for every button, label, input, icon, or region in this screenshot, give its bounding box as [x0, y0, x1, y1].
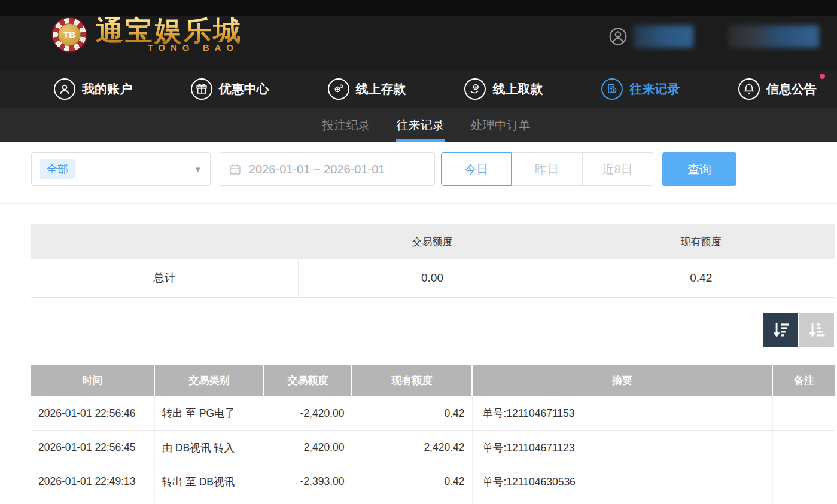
logo[interactable]: TB 通宝娱乐城 TONG BAO	[51, 16, 242, 53]
category-selected-tag: 全部	[40, 159, 75, 179]
nav-item-notices[interactable]: 信息公告	[738, 78, 817, 100]
nav-item-label: 优惠中心	[219, 81, 269, 97]
col-header-time: 时间	[31, 365, 154, 396]
gift-icon	[191, 78, 212, 100]
page: TB 通宝娱乐城 TONG BAO 我的账户优惠中心线上存款线上取款往来记录信息…	[0, 0, 837, 504]
nav-item-records[interactable]: 往来记录	[601, 78, 680, 100]
summary-table: 交易额度 现有额度 总计 0.00 0.42	[31, 224, 835, 298]
quick-range-group: 今日昨日近8日	[441, 152, 653, 186]
range-button-today[interactable]: 今日	[441, 152, 512, 186]
deposit-icon	[328, 78, 349, 100]
chip-monogram: TB	[58, 23, 81, 46]
nav-item-withdraw[interactable]: 线上取款	[464, 78, 543, 100]
bell-icon	[738, 78, 760, 100]
table-row: 2026-01-01 22:56:45由 DB视讯 转入2,420.002,42…	[31, 430, 835, 465]
cell-trade-amount: 2,420.00	[264, 430, 352, 465]
cell-trade-amount	[264, 499, 352, 504]
main-nav: 我的账户优惠中心线上存款线上取款往来记录信息公告	[0, 70, 837, 108]
cell-trade-amount: -2,393.00	[264, 465, 352, 499]
record-tabs: 投注纪录往来记录处理中订单	[0, 108, 837, 142]
table-row: 2026-01-01 22:49:13转出 至 DB视讯-2,393.000.4…	[31, 465, 835, 499]
notification-dot	[820, 74, 825, 79]
category-select[interactable]: 全部 ▼	[31, 152, 211, 186]
query-button[interactable]: 查询	[662, 152, 736, 186]
summary-total-label: 总计	[31, 259, 298, 297]
cell-current-balance	[352, 499, 472, 504]
col-header-summary: 摘要	[472, 365, 772, 396]
summary-total-trade-amount: 0.00	[298, 259, 567, 297]
transactions-table: 时间交易类别交易额度现有额度摘要备注 2026-01-01 22:56:46转出…	[31, 365, 835, 504]
caret-down-icon: ▼	[194, 165, 202, 174]
top-strip	[0, 0, 837, 16]
cell-summary: 单号:121104671123	[472, 430, 772, 465]
nav-item-promotions[interactable]: 优惠中心	[191, 78, 269, 100]
cell-trade-type: 由 DB视讯 转入	[154, 430, 264, 465]
nav-item-deposit[interactable]: 线上存款	[328, 78, 406, 100]
redacted-username	[634, 25, 693, 48]
redacted-balance	[728, 25, 819, 48]
cell-time: 2026-01-01 22:56:45	[31, 430, 154, 465]
cell-remark	[772, 430, 835, 465]
app-header: TB 通宝娱乐城 TONG BAO	[0, 0, 837, 70]
nav-item-my-account[interactable]: 我的账户	[54, 78, 132, 100]
col-header-trade-type: 交易类别	[154, 365, 264, 396]
cell-trade-type: 转出 至 PG电子	[154, 396, 264, 430]
date-range-input[interactable]: 2026-01-01 ~ 2026-01-01	[220, 152, 435, 186]
col-header-current-balance: 现有额度	[352, 365, 472, 396]
col-header-trade-amount: 交易额度	[264, 365, 352, 396]
cell-current-balance: 0.42	[352, 396, 472, 430]
filter-bar: 全部 ▼ 2026-01-01 ~ 2026-01-01 今日昨日近8日 查询	[31, 152, 736, 186]
sort-ascending-button[interactable]	[799, 313, 834, 347]
nav-item-label: 线上取款	[492, 81, 543, 97]
tab-processing-orders[interactable]: 处理中订单	[471, 108, 531, 142]
summary-total-current-balance: 0.42	[567, 259, 835, 297]
cell-time	[31, 499, 154, 504]
cell-summary	[472, 499, 772, 504]
section-divider	[0, 203, 837, 204]
nav-item-label: 信息公告	[766, 81, 817, 97]
cell-remark	[772, 499, 835, 504]
cell-remark	[772, 465, 835, 499]
cell-remark	[772, 396, 835, 430]
summary-header-trade-amount: 交易额度	[298, 224, 567, 259]
summary-header-current-balance: 现有额度	[567, 224, 835, 259]
range-button-last-8-days[interactable]: 近8日	[583, 152, 653, 186]
cell-summary: 单号:121104630536	[472, 465, 772, 499]
user-avatar-icon	[608, 27, 628, 46]
cell-summary: 单号:121104671153	[472, 396, 772, 430]
col-header-remark: 备注	[772, 365, 835, 396]
records-icon	[601, 78, 623, 100]
date-range-value: 2026-01-01 ~ 2026-01-01	[249, 163, 385, 176]
logo-title: 通宝娱乐城	[96, 16, 242, 45]
calendar-icon	[229, 163, 242, 176]
withdraw-icon	[464, 78, 486, 100]
casino-chip-icon: TB	[51, 17, 87, 53]
summary-header-row: 交易额度 现有额度	[31, 224, 835, 259]
logo-subtitle: TONG BAO	[147, 42, 239, 53]
cell-time: 2026-01-01 22:49:13	[31, 465, 154, 499]
cell-trade-amount: -2,420.00	[264, 396, 352, 430]
summary-total-row: 总计 0.00 0.42	[31, 259, 835, 297]
cell-trade-type	[154, 499, 264, 504]
cell-current-balance: 0.42	[352, 465, 472, 499]
cell-time: 2026-01-01 22:56:46	[31, 396, 154, 430]
summary-header-empty	[31, 224, 298, 259]
nav-item-label: 线上存款	[356, 81, 406, 97]
sort-controls	[763, 313, 834, 347]
cell-trade-type: 转出 至 DB视讯	[154, 465, 264, 499]
tab-transaction-records[interactable]: 往来记录	[397, 108, 445, 142]
nav-item-label: 往来记录	[629, 81, 680, 97]
sort-descending-button[interactable]	[763, 313, 798, 347]
nav-item-label: 我的账户	[82, 81, 132, 97]
range-button-yesterday[interactable]: 昨日	[512, 152, 582, 186]
table-row: 2026-01-01 22:56:46转出 至 PG电子-2,420.000.4…	[31, 396, 835, 430]
user-icon	[54, 78, 75, 100]
table-row	[31, 499, 835, 504]
tab-bet-records[interactable]: 投注纪录	[322, 108, 370, 142]
logo-text: 通宝娱乐城 TONG BAO	[96, 16, 242, 53]
user-area	[608, 25, 819, 48]
cell-current-balance: 2,420.42	[352, 430, 472, 465]
transactions-header-row: 时间交易类别交易额度现有额度摘要备注	[31, 365, 835, 396]
